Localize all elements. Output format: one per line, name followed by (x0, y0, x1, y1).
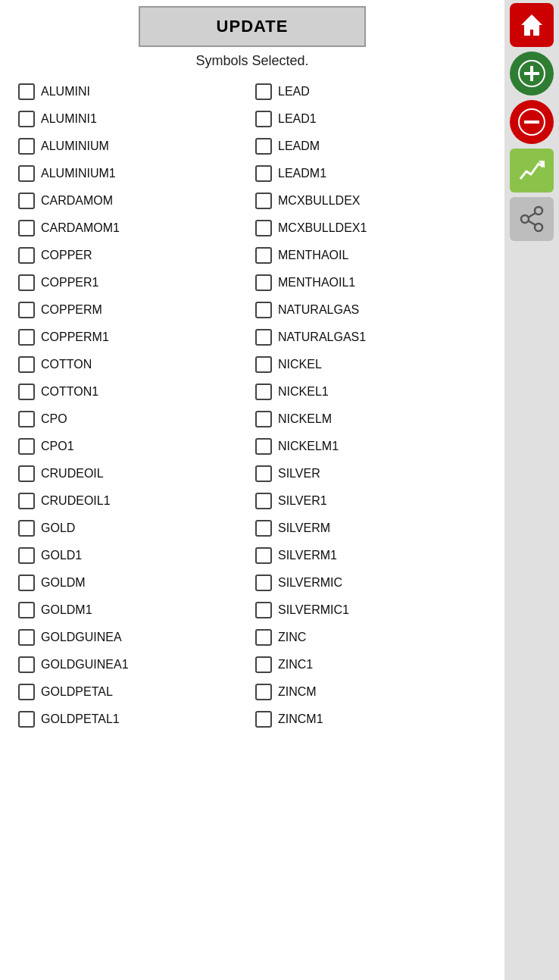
symbol-label: CRUDEOIL (41, 467, 104, 481)
symbol-checkbox-crudeoil[interactable] (18, 465, 35, 482)
main-content: UPDATE Symbols Selected. ALUMINILEADALUM… (0, 6, 504, 748)
symbol-checkbox-gold[interactable] (18, 520, 35, 537)
list-item: GOLDGUINEA (15, 624, 252, 651)
symbol-label: LEAD1 (278, 112, 317, 126)
list-item: ALUMINIUM (15, 133, 252, 160)
list-item: ZINCM (252, 678, 489, 706)
symbol-label: NICKEL1 (278, 385, 329, 399)
symbol-checkbox-alumini1[interactable] (18, 111, 35, 127)
home-button[interactable] (510, 3, 554, 47)
symbol-checkbox-gold1[interactable] (18, 547, 35, 564)
add-button[interactable] (510, 52, 554, 95)
symbol-label: CRUDEOIL1 (41, 494, 111, 508)
list-item: ALUMINI (15, 78, 252, 105)
symbol-checkbox-goldpetal[interactable] (18, 684, 35, 700)
svg-rect-3 (524, 72, 539, 75)
list-item: LEAD1 (252, 105, 489, 133)
symbol-checkbox-goldpetal1[interactable] (18, 711, 35, 728)
symbol-checkbox-crudeoil1[interactable] (18, 493, 35, 509)
symbol-checkbox-zincm[interactable] (255, 684, 272, 700)
symbols-selected-label: Symbols Selected. (8, 53, 497, 69)
symbol-checkbox-alumini[interactable] (18, 83, 35, 100)
symbol-label: ZINC (278, 631, 306, 644)
symbol-checkbox-naturalgas1[interactable] (255, 329, 272, 346)
symbol-checkbox-cardamom1[interactable] (18, 220, 35, 236)
symbol-checkbox-mcxbulldex1[interactable] (255, 220, 272, 236)
symbol-checkbox-goldm[interactable] (18, 575, 35, 591)
symbol-checkbox-silverm[interactable] (255, 520, 272, 537)
symbol-checkbox-silvermic[interactable] (255, 575, 272, 591)
symbol-label: LEADM (278, 139, 320, 153)
list-item: CPO1 (15, 433, 252, 460)
symbol-label: LEAD (278, 85, 310, 99)
list-item: NICKELM (252, 405, 489, 433)
list-item: LEAD (252, 78, 489, 105)
stop-button[interactable] (510, 100, 554, 144)
symbol-checkbox-cotton1[interactable] (18, 384, 35, 400)
symbol-label: MCXBULLDEX1 (278, 221, 367, 235)
symbol-checkbox-leadm1[interactable] (255, 165, 272, 182)
symbol-label: ALUMINI1 (41, 112, 97, 126)
symbol-label: CPO (41, 412, 67, 426)
symbol-label: LEADM1 (278, 167, 326, 180)
symbol-checkbox-goldm1[interactable] (18, 602, 35, 618)
symbol-checkbox-goldguinea1[interactable] (18, 656, 35, 673)
symbol-checkbox-mcxbulldex[interactable] (255, 193, 272, 209)
symbol-checkbox-menthaoil[interactable] (255, 247, 272, 264)
list-item: NATURALGAS1 (252, 324, 489, 351)
symbol-checkbox-silvermic1[interactable] (255, 602, 272, 618)
symbol-label: GOLDM (41, 576, 86, 590)
list-item: NICKEL1 (252, 378, 489, 405)
symbol-label: SILVERM1 (278, 549, 337, 562)
symbol-label: GOLDPETAL (41, 685, 113, 699)
symbol-label: NICKELM1 (278, 440, 339, 453)
symbol-checkbox-copperm[interactable] (18, 302, 35, 318)
symbol-checkbox-nickel1[interactable] (255, 384, 272, 400)
chart-icon (516, 155, 548, 186)
symbol-checkbox-silver[interactable] (255, 465, 272, 482)
list-item: COTTON (15, 351, 252, 378)
symbol-checkbox-silver1[interactable] (255, 493, 272, 509)
symbol-checkbox-cpo[interactable] (18, 411, 35, 427)
svg-rect-5 (524, 121, 539, 124)
symbol-label: GOLDM1 (41, 603, 92, 617)
symbol-checkbox-lead[interactable] (255, 83, 272, 100)
symbol-checkbox-leadm[interactable] (255, 138, 272, 155)
symbol-checkbox-silverm1[interactable] (255, 547, 272, 564)
list-item: ZINC (252, 624, 489, 651)
symbol-label: MENTHAOIL (278, 249, 348, 262)
symbol-checkbox-zinc[interactable] (255, 629, 272, 646)
symbol-checkbox-naturalgas[interactable] (255, 302, 272, 318)
symbol-checkbox-zinc1[interactable] (255, 656, 272, 673)
symbol-checkbox-nickelm[interactable] (255, 411, 272, 427)
list-item: MCXBULLDEX (252, 187, 489, 214)
list-item: SILVER (252, 460, 489, 487)
symbol-checkbox-cpo1[interactable] (18, 438, 35, 455)
update-button[interactable]: UPDATE (139, 6, 366, 47)
add-icon (518, 60, 545, 87)
chart-button[interactable] (510, 149, 554, 193)
symbol-checkbox-copper[interactable] (18, 247, 35, 264)
symbol-checkbox-aluminium[interactable] (18, 138, 35, 155)
symbol-checkbox-goldguinea[interactable] (18, 629, 35, 646)
list-item: GOLDPETAL (15, 678, 252, 706)
list-item: CARDAMOM (15, 187, 252, 214)
symbol-checkbox-nickel[interactable] (255, 356, 272, 373)
list-item: COPPERM (15, 296, 252, 324)
share-button[interactable] (510, 197, 554, 241)
symbol-label: NATURALGAS (278, 303, 359, 317)
symbol-checkbox-nickelm1[interactable] (255, 438, 272, 455)
svg-marker-0 (521, 14, 542, 36)
symbol-checkbox-cotton[interactable] (18, 356, 35, 373)
symbol-checkbox-copper1[interactable] (18, 274, 35, 291)
symbol-checkbox-lead1[interactable] (255, 111, 272, 127)
list-item: LEADM1 (252, 160, 489, 187)
symbol-checkbox-copperm1[interactable] (18, 329, 35, 346)
list-item: GOLD (15, 515, 252, 542)
symbol-checkbox-menthaoil1[interactable] (255, 274, 272, 291)
symbol-checkbox-cardamom[interactable] (18, 193, 35, 209)
symbol-checkbox-aluminium1[interactable] (18, 165, 35, 182)
symbol-checkbox-zincm1[interactable] (255, 711, 272, 728)
symbol-label: NICKELM (278, 412, 332, 426)
list-item: GOLD1 (15, 542, 252, 569)
